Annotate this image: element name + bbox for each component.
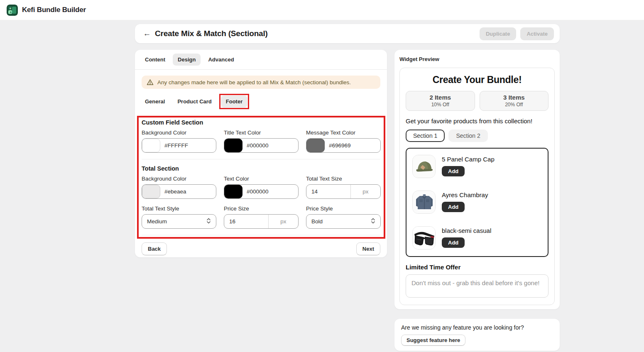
color-swatch[interactable] <box>142 185 160 198</box>
chevron-up-down-icon <box>371 218 375 226</box>
field-label: Background Color <box>142 130 216 136</box>
widget-preview-card: Widget Preview Create Your Bundle! 2 Ite… <box>394 50 560 309</box>
section-1-tab[interactable]: Section 1 <box>406 130 445 142</box>
main-tabs: Content Design Advanced <box>135 50 387 70</box>
message-text-color-field: Message Text Color #696969 <box>306 130 381 153</box>
section-2-tab[interactable]: Section 2 <box>448 130 487 142</box>
color-hex-value: #000000 <box>247 142 269 149</box>
sunglasses-product-image <box>412 226 436 249</box>
subtab-general[interactable]: General <box>140 95 170 108</box>
color-swatch[interactable] <box>224 185 242 198</box>
chevron-up-down-icon <box>206 218 211 226</box>
warning-banner: Any changes made here will be applied to… <box>142 76 380 89</box>
tier-title: 2 Items <box>406 94 475 101</box>
kefi-logo-icon: ✦ + <box>7 5 18 16</box>
total-text-color-field: Text Color #000000 <box>224 176 299 199</box>
tab-design[interactable]: Design <box>173 54 201 66</box>
widget-preview-box: Create Your Bundle! 2 Items 10% Off 3 It… <box>399 68 555 305</box>
section-divider <box>142 159 380 159</box>
back-button[interactable]: Back <box>142 242 167 255</box>
collection-message: Get your favorite products from this col… <box>406 117 549 125</box>
custom-bg-color-field: Background Color #FFFFFF <box>142 130 216 153</box>
design-subtabs: General Product Card Footer <box>135 89 387 109</box>
duplicate-button[interactable]: Duplicate <box>480 27 517 40</box>
product-title: Ayres Chambray <box>442 191 488 198</box>
next-button[interactable]: Next <box>356 242 380 255</box>
tab-content[interactable]: Content <box>140 54 170 66</box>
settings-card: Content Design Advanced Any changes made… <box>135 50 387 257</box>
number-value: 14 <box>311 188 350 195</box>
field-label: Total Text Size <box>306 176 381 182</box>
color-swatch[interactable] <box>142 139 160 152</box>
price-style-select[interactable]: Bold <box>306 214 381 229</box>
product-info: Ayres Chambray Add <box>442 191 488 212</box>
add-product-button[interactable]: Add <box>442 166 465 176</box>
limited-offer-input[interactable] <box>406 274 549 298</box>
unit-suffix: px <box>350 185 380 198</box>
total-bg-color-field: Background Color #ebeaea <box>142 176 216 199</box>
page-title: Create Mix & Match (Sectional) <box>155 29 268 38</box>
wizard-nav: Back Next <box>142 242 380 255</box>
page-header: ← Create Mix & Match (Sectional) Duplica… <box>135 24 560 43</box>
custom-field-section-heading: Custom Field Section <box>142 119 380 126</box>
price-style-field: Price Style Bold <box>306 205 381 229</box>
message-text-color-input[interactable]: #696969 <box>306 138 381 153</box>
cap-product-image <box>412 155 436 178</box>
field-label: Price Style <box>306 205 381 212</box>
unit-suffix: px <box>268 215 298 228</box>
suggest-feature-button[interactable]: Suggest feature here <box>401 335 465 346</box>
add-product-button[interactable]: Add <box>442 237 465 248</box>
title-text-color-input[interactable]: #000000 <box>224 138 299 153</box>
app-viewport: ✦ + Kefi Bundle Builder ← Create Mix & M… <box>0 0 644 352</box>
app-title: Kefi Bundle Builder <box>22 6 86 14</box>
product-row: Ayres Chambray Add <box>412 191 542 214</box>
back-arrow-icon[interactable]: ← <box>142 28 152 39</box>
tier-3-items[interactable]: 3 Items 20% Off <box>480 91 549 111</box>
color-swatch[interactable] <box>306 139 325 152</box>
subtab-footer[interactable]: Footer <box>221 95 247 108</box>
tier-title: 3 Items <box>480 94 549 101</box>
product-list: 5 Panel Camp Cap Add <box>406 148 549 257</box>
total-text-style-select[interactable]: Medium <box>142 214 216 229</box>
field-label: Background Color <box>142 176 216 182</box>
field-label: Title Text Color <box>224 130 299 136</box>
footer-settings-form: Custom Field Section Background Color #F… <box>142 109 380 235</box>
color-hex-value: #FFFFFF <box>164 142 188 149</box>
bundle-heading: Create Your Bundle! <box>406 74 549 86</box>
color-swatch[interactable] <box>224 139 242 152</box>
activate-button[interactable]: Activate <box>520 27 554 40</box>
tier-options: 2 Items 10% Off 3 Items 20% Off <box>406 91 549 111</box>
total-text-size-input[interactable]: 14 px <box>306 184 381 199</box>
total-text-color-input[interactable]: #000000 <box>224 184 299 199</box>
feature-question-text: Are we missing any feature you are looki… <box>401 324 553 331</box>
add-product-button[interactable]: Add <box>442 202 465 212</box>
select-value: Bold <box>311 218 323 225</box>
color-hex-value: #000000 <box>247 188 269 195</box>
tier-discount: 20% Off <box>480 102 549 108</box>
product-info: 5 Panel Camp Cap Add <box>442 155 495 176</box>
feature-suggestion-card: Are we missing any feature you are looki… <box>394 319 560 351</box>
field-label: Price Size <box>224 205 299 212</box>
footer-tab-annotation: Footer <box>219 94 249 109</box>
field-label: Message Text Color <box>306 130 381 136</box>
total-bg-color-input[interactable]: #ebeaea <box>142 184 216 199</box>
product-info: black-semi casual Add <box>442 226 491 248</box>
subtab-product-card[interactable]: Product Card <box>172 95 216 108</box>
number-value: 16 <box>229 218 268 225</box>
svg-text:✦: ✦ <box>9 6 12 10</box>
custom-bg-color-input[interactable]: #FFFFFF <box>142 138 216 153</box>
total-text-style-field: Total Text Style Medium <box>142 205 216 229</box>
tier-2-items[interactable]: 2 Items 10% Off <box>406 91 475 111</box>
price-size-input[interactable]: 16 px <box>224 214 299 229</box>
product-row: 5 Panel Camp Cap Add <box>412 155 542 178</box>
select-value: Medium <box>147 218 167 225</box>
widget-preview-label: Widget Preview <box>399 56 555 62</box>
section-divider <box>142 235 380 235</box>
shirt-product-image <box>412 191 436 214</box>
color-hex-value: #696969 <box>329 142 351 149</box>
tab-advanced[interactable]: Advanced <box>203 54 239 66</box>
product-row: black-semi casual Add <box>412 226 542 249</box>
svg-text:+: + <box>10 10 12 14</box>
title-text-color-field: Title Text Color #000000 <box>224 130 299 153</box>
field-label: Total Text Style <box>142 205 216 212</box>
